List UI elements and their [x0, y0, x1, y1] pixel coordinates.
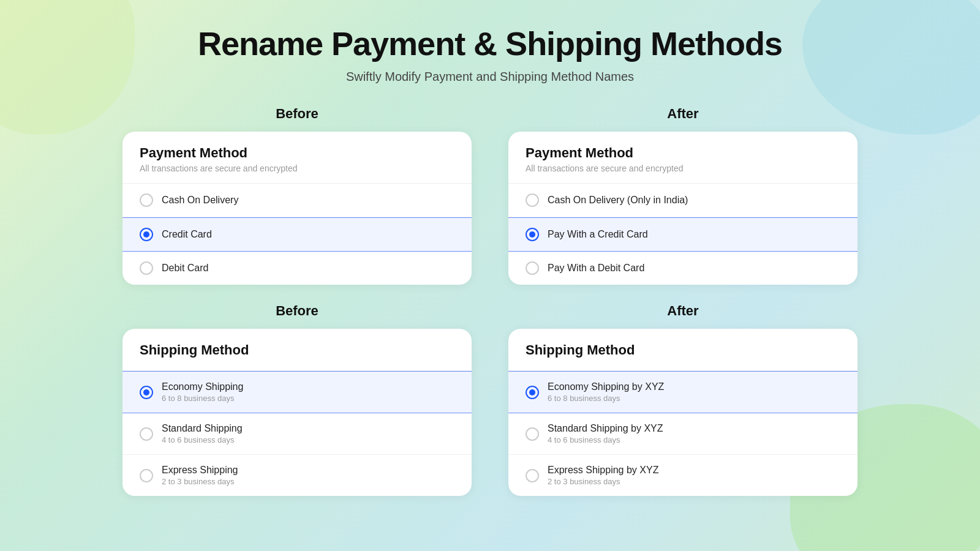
radio-sublabel: 4 to 6 business days — [162, 435, 243, 444]
shipping-after-option-1[interactable]: Economy Shipping by XYZ 6 to 8 business … — [508, 371, 858, 413]
payment-before-option-2[interactable]: Credit Card — [123, 217, 472, 252]
radio-unselected — [140, 469, 153, 482]
radio-selected — [526, 386, 539, 399]
payment-after-subtitle: All transactions are secure and encrypte… — [526, 163, 840, 173]
radio-sublabel: 2 to 3 business days — [548, 477, 658, 486]
shipping-after-card: Shipping Method Economy Shipping by XYZ … — [508, 329, 858, 496]
radio-selected — [140, 228, 153, 241]
shipping-comparison-row: Before Shipping Method Economy Shipping … — [123, 303, 858, 496]
radio-label: Standard Shipping — [162, 423, 243, 434]
radio-unselected — [140, 261, 153, 275]
radio-label: Credit Card — [162, 229, 212, 240]
radio-label: Cash On Delivery (Only in India) — [548, 195, 688, 206]
payment-after-option-3[interactable]: Pay With a Debit Card — [508, 252, 858, 285]
radio-text: Express Shipping 2 to 3 business days — [162, 465, 238, 486]
radio-text: Standard Shipping by XYZ 4 to 6 business… — [548, 423, 663, 444]
payment-before-card: Payment Method All transactions are secu… — [123, 132, 472, 285]
radio-label: Pay With a Credit Card — [548, 229, 648, 240]
shipping-after-option-2[interactable]: Standard Shipping by XYZ 4 to 6 business… — [508, 413, 858, 455]
radio-label: Express Shipping — [162, 465, 238, 476]
shipping-before-option-2[interactable]: Standard Shipping 4 to 6 business days — [123, 413, 472, 455]
radio-text: Standard Shipping 4 to 6 business days — [162, 423, 243, 444]
payment-comparison-row: Before Payment Method All transactions a… — [123, 106, 858, 285]
shipping-before-option-1[interactable]: Economy Shipping 6 to 8 business days — [123, 371, 472, 413]
radio-sublabel: 6 to 8 business days — [548, 394, 664, 403]
payment-after-title: Payment Method — [526, 145, 840, 161]
shipping-after-option-3[interactable]: Express Shipping by XYZ 2 to 3 business … — [508, 455, 858, 496]
after-label-payment: After — [667, 106, 698, 122]
radio-text: Economy Shipping 6 to 8 business days — [162, 381, 243, 403]
radio-label: Economy Shipping by XYZ — [548, 381, 664, 392]
radio-label: Cash On Delivery — [162, 195, 238, 206]
payment-before-subtitle: All transactions are secure and encrypte… — [140, 163, 454, 173]
after-label-shipping: After — [667, 303, 698, 319]
radio-label: Economy Shipping — [162, 381, 243, 392]
payment-before-option-3[interactable]: Debit Card — [123, 252, 472, 285]
payment-after-column: After Payment Method All transactions ar… — [508, 106, 858, 285]
payment-after-option-2[interactable]: Pay With a Credit Card — [508, 217, 858, 252]
payment-after-card: Payment Method All transactions are secu… — [508, 132, 858, 285]
page-title: Rename Payment & Shipping Methods — [198, 24, 782, 62]
payment-before-title: Payment Method — [140, 145, 454, 161]
shipping-before-card: Shipping Method Economy Shipping 6 to 8 … — [123, 329, 472, 496]
shipping-before-title: Shipping Method — [140, 342, 454, 358]
radio-sublabel: 6 to 8 business days — [162, 394, 243, 403]
radio-sublabel: 2 to 3 business days — [162, 477, 238, 486]
radio-selected — [140, 386, 153, 399]
shipping-before-header: Shipping Method — [123, 329, 472, 371]
radio-text: Economy Shipping by XYZ 6 to 8 business … — [548, 381, 664, 403]
radio-text: Express Shipping by XYZ 2 to 3 business … — [548, 465, 658, 486]
before-label-payment: Before — [276, 106, 318, 122]
radio-selected — [526, 228, 539, 241]
payment-before-option-1[interactable]: Cash On Delivery — [123, 184, 472, 217]
shipping-before-option-3[interactable]: Express Shipping 2 to 3 business days — [123, 455, 472, 496]
radio-label: Standard Shipping by XYZ — [548, 423, 663, 434]
radio-unselected — [526, 261, 539, 275]
shipping-before-column: Before Shipping Method Economy Shipping … — [123, 303, 472, 496]
payment-after-option-1[interactable]: Cash On Delivery (Only in India) — [508, 184, 858, 217]
payment-before-header: Payment Method All transactions are secu… — [123, 132, 472, 184]
radio-label: Express Shipping by XYZ — [548, 465, 658, 476]
payment-after-header: Payment Method All transactions are secu… — [508, 132, 858, 184]
radio-unselected — [140, 193, 153, 207]
radio-unselected — [526, 193, 539, 207]
page-subtitle: Swiftly Modify Payment and Shipping Meth… — [346, 70, 634, 84]
page-content: Rename Payment & Shipping Methods Swiftl… — [0, 0, 980, 496]
radio-unselected — [526, 427, 539, 441]
payment-before-column: Before Payment Method All transactions a… — [123, 106, 472, 285]
radio-label: Pay With a Debit Card — [548, 263, 644, 274]
shipping-after-column: After Shipping Method Economy Shipping b… — [508, 303, 858, 496]
radio-label: Debit Card — [162, 263, 208, 274]
before-label-shipping: Before — [276, 303, 318, 319]
radio-sublabel: 4 to 6 business days — [548, 435, 663, 444]
radio-unselected — [526, 469, 539, 482]
shipping-after-header: Shipping Method — [508, 329, 858, 371]
shipping-after-title: Shipping Method — [526, 342, 840, 358]
radio-unselected — [140, 427, 153, 441]
